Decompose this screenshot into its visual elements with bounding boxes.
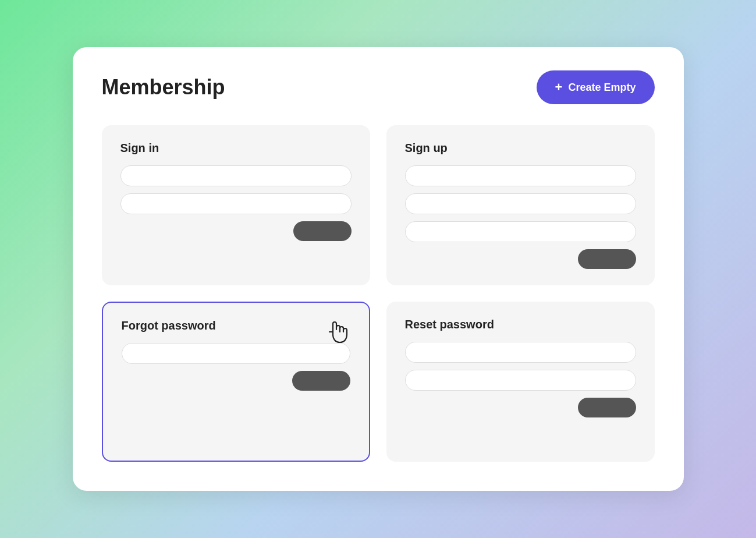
- sign-up-title: Sign up: [405, 141, 636, 155]
- header: Membership + Create Empty: [102, 70, 655, 104]
- sign-in-title: Sign in: [120, 141, 352, 155]
- sign-up-input-3: [405, 221, 636, 242]
- sign-up-card[interactable]: Sign up: [386, 125, 655, 285]
- reset-password-title: Reset password: [405, 318, 636, 331]
- sign-in-button: [293, 221, 352, 241]
- create-empty-label: Create Empty: [568, 82, 636, 94]
- forgot-password-button: [292, 371, 350, 391]
- sign-up-button: [578, 249, 636, 269]
- sign-up-input-1: [405, 165, 636, 186]
- forgot-password-card[interactable]: Forgot password: [102, 302, 370, 462]
- reset-password-input-2: [405, 370, 636, 391]
- sign-in-input-1: [120, 165, 352, 186]
- main-panel: Membership + Create Empty Sign in Sign u…: [73, 47, 684, 491]
- forgot-password-title: Forgot password: [122, 319, 350, 332]
- sign-in-input-2: [120, 193, 352, 214]
- page-title: Membership: [102, 75, 225, 100]
- reset-password-input-1: [405, 342, 636, 363]
- sign-up-input-2: [405, 193, 636, 214]
- forgot-password-input-1: [122, 343, 350, 364]
- reset-password-button: [578, 398, 636, 417]
- cards-grid: Sign in Sign up Forgot password: [102, 125, 655, 462]
- hand-cursor-icon: [325, 316, 353, 346]
- reset-password-card[interactable]: Reset password: [386, 302, 655, 462]
- sign-in-card[interactable]: Sign in: [102, 125, 370, 285]
- plus-icon: +: [555, 80, 563, 95]
- create-empty-button[interactable]: + Create Empty: [537, 70, 655, 104]
